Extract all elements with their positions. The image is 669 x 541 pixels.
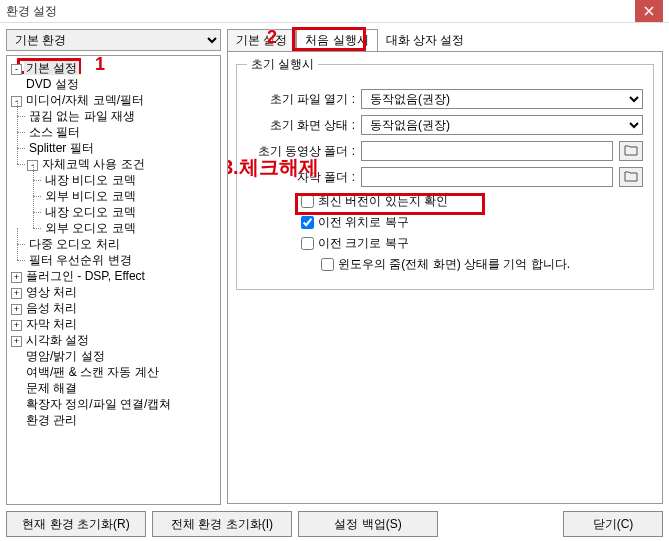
label-subtitle-folder: 자막 폴더 : — [247, 169, 355, 186]
tree-node[interactable]: 문제 해결 — [24, 381, 79, 395]
input-subtitle-folder[interactable] — [361, 167, 613, 187]
close-button[interactable]: 닫기(C) — [563, 511, 663, 537]
tree-node[interactable]: 내장 비디오 코덱 — [43, 173, 138, 187]
expand-icon[interactable]: + — [11, 288, 22, 299]
tree-node[interactable]: 명암/밝기 설정 — [24, 349, 107, 363]
tree-node[interactable]: 다중 오디오 처리 — [27, 237, 122, 251]
tree-node[interactable]: 플러그인 - DSP, Effect — [24, 269, 147, 283]
label-restore-pos: 이전 위치로 복구 — [318, 214, 409, 231]
expand-icon[interactable]: + — [11, 304, 22, 315]
label-file-open: 초기 파일 열기 : — [247, 91, 355, 108]
expand-icon[interactable]: - — [11, 64, 22, 75]
tree-node[interactable]: Splitter 필터 — [27, 141, 96, 155]
expand-icon[interactable]: + — [11, 272, 22, 283]
tab-dialog[interactable]: 대화 상자 설정 — [378, 30, 473, 51]
expand-icon[interactable]: + — [11, 336, 22, 347]
tree-node[interactable]: 끊김 없는 파일 재생 — [27, 109, 137, 123]
window-title: 환경 설정 — [6, 3, 635, 20]
checkbox-restore-pos[interactable] — [301, 216, 314, 229]
label-remember-zoom: 윈도우의 줌(전체 화면) 상태를 기억 합니다. — [338, 256, 570, 273]
reset-current-button[interactable]: 현재 환경 초기화(R) — [6, 511, 146, 537]
expand-icon[interactable]: + — [11, 320, 22, 331]
tree-node[interactable]: DVD 설정 — [24, 77, 81, 91]
preset-select[interactable]: 기본 환경 — [6, 29, 221, 51]
tab-basic[interactable]: 기본 설정 — [227, 29, 296, 51]
tree-node-basic[interactable]: 기본 설정 — [24, 61, 79, 75]
checkbox-update[interactable] — [301, 195, 314, 208]
tree-node[interactable]: 여백/팬 & 스캔 자동 계산 — [24, 365, 161, 379]
tree-node[interactable]: 자체코덱 사용 조건 — [40, 157, 147, 171]
tree-node[interactable]: 확장자 정의/파일 연결/캡쳐 — [24, 397, 173, 411]
tree-node[interactable]: 내장 오디오 코덱 — [43, 205, 138, 219]
label-update: 최신 버전이 있는지 확인 — [318, 193, 448, 210]
tree-node[interactable]: 영상 처리 — [24, 285, 79, 299]
browse-subtitle-folder[interactable] — [619, 167, 643, 187]
input-video-folder[interactable] — [361, 141, 613, 161]
label-screen-state: 초기 화면 상태 : — [247, 117, 355, 134]
label-restore-size: 이전 크기로 복구 — [318, 235, 409, 252]
checkbox-remember-zoom[interactable] — [321, 258, 334, 271]
tree-node[interactable]: 필터 우선순위 변경 — [27, 253, 134, 267]
tree-node[interactable]: 자막 처리 — [24, 317, 79, 331]
tree-node[interactable]: 소스 필터 — [27, 125, 82, 139]
checkbox-restore-size[interactable] — [301, 237, 314, 250]
select-file-open[interactable]: 동작없음(권장) — [361, 89, 643, 109]
tree-node[interactable]: 환경 관리 — [24, 413, 79, 427]
select-screen-state[interactable]: 동작없음(권장) — [361, 115, 643, 135]
tree-node[interactable]: 음성 처리 — [24, 301, 79, 315]
tree-node[interactable]: 미디어/자체 코덱/필터 — [24, 93, 146, 107]
tree-node[interactable]: 외부 오디오 코덱 — [43, 221, 138, 235]
browse-video-folder[interactable] — [619, 141, 643, 161]
reset-all-button[interactable]: 전체 환경 초기화(I) — [152, 511, 292, 537]
backup-button[interactable]: 설정 백업(S) — [298, 511, 438, 537]
fieldset-legend: 초기 실행시 — [247, 56, 318, 73]
folder-icon — [624, 170, 638, 185]
tab-first-run[interactable]: 처음 실행시 — [296, 29, 377, 51]
settings-tree[interactable]: -기본 설정 DVD 설정 -미디어/자체 코덱/필터 끊김 없는 파일 재생 … — [9, 60, 218, 428]
close-icon[interactable] — [635, 0, 663, 22]
tree-node[interactable]: 시각화 설정 — [24, 333, 91, 347]
folder-icon — [624, 144, 638, 159]
label-video-folder: 초기 동영상 폴더 : — [247, 143, 355, 160]
tree-node[interactable]: 외부 비디오 코덱 — [43, 189, 138, 203]
